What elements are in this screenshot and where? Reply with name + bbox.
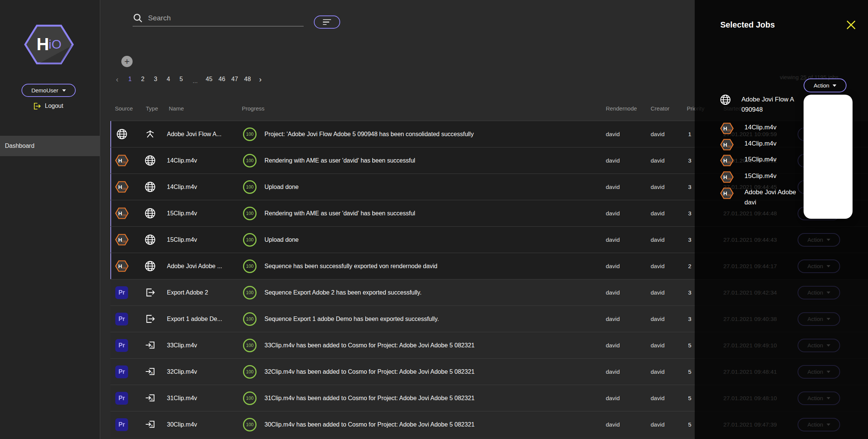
icon-set: Hco Pr A [720,138,734,151]
icon-set: Hco Pr A [720,94,731,105]
row-progress-cell: 100 [238,365,261,379]
selected-job-item[interactable]: Hco Pr A 14Clip.m4v [720,138,776,151]
close-drawer-button[interactable] [846,20,856,30]
import-icon: A [145,393,155,403]
pagination-page[interactable]: 5 [175,76,188,83]
add-button[interactable]: + [121,56,133,67]
svg-text:co: co [122,213,125,217]
pagination-page[interactable]: 46 [215,76,228,83]
svg-text:H: H [723,190,727,196]
progress-value: 100 [246,132,254,137]
row-type-cell: Hco Pr A [133,367,167,377]
row-progress-cell: 100 [238,286,261,299]
row-type-cell: Hco Pr A [133,129,167,139]
row-type-cell: Hco Pr A [133,155,167,166]
column-header-creator[interactable]: Creator [642,105,683,112]
globe-icon [145,208,156,219]
progress-ring: 100 [243,365,257,379]
svg-text:co: co [727,160,731,164]
column-header-name[interactable]: Name [167,105,238,112]
selected-job-item[interactable]: Hco Pr A 14Clip.m4v [720,122,776,135]
svg-text:co: co [122,266,125,270]
icon-set: Hco Pr A [145,340,155,350]
selected-job-item[interactable]: Hco Pr A 15Clip.m4v [720,154,776,167]
icon-set: Hco Pr A [116,129,127,140]
svg-text:H: H [723,174,727,180]
column-header-progress[interactable]: Progress [238,105,261,112]
icon-set: Hco Pr A [145,261,156,272]
selected-job-item[interactable]: Hco Pr A 15Clip.m4v [720,171,776,183]
logo-letter-h: H [37,34,49,54]
icon-set: Hco Pr A [145,234,156,245]
hco-hexagon-icon: Hco [720,138,734,151]
import-icon: A [145,340,155,350]
progress-ring: 100 [243,127,257,141]
column-header-source[interactable]: Source [110,105,133,112]
row-creator: david [642,236,683,243]
icon-set: Hco Pr A [115,233,129,246]
column-header-rendernode[interactable]: Rendernode [581,105,642,112]
hco-hexagon-icon: Hco [115,154,129,167]
pagination-page[interactable]: 1 [124,76,136,83]
row-progress-cell: 100 [238,339,261,352]
progress-ring: 100 [243,418,257,431]
progress-value: 100 [246,264,254,269]
progress-ring: 100 [243,339,257,352]
progress-value: 100 [246,316,254,322]
pagination-prev[interactable]: ‹ [111,75,124,84]
icon-set: Hco Pr A [115,365,128,378]
icon-set: Hco Pr A [115,286,128,299]
globe-icon [145,261,156,272]
row-type-cell: Hco Pr A [133,208,167,219]
row-message: Sequence has been successfully exported … [261,263,581,270]
svg-text:A: A [151,345,153,348]
icon-set: Hco Pr A [115,207,129,220]
row-source-cell: Hco Pr A [110,418,133,431]
selected-job-name: Adobe Jovi Adobe davi [744,187,796,207]
row-creator: david [642,316,683,322]
icon-set: Hco Pr A [145,181,156,192]
logout-icon [33,102,41,110]
row-type-cell: Hco Pr A [133,419,167,430]
pagination-page[interactable]: 47 [228,76,241,83]
row-progress-cell: 100 [238,180,261,194]
sidebar-item-dashboard[interactable]: Dashboard [0,136,100,156]
pagination-page[interactable]: 2 [136,76,149,83]
svg-text:co: co [727,144,731,148]
progress-ring: 100 [243,286,257,299]
selected-job-item[interactable]: Hco Pr A Adobe Jovi Flow A 090948 [720,94,794,115]
svg-text:H: H [118,184,122,190]
icon-set: Hco Pr A [145,208,156,219]
svg-text:co: co [122,239,125,243]
pagination-page[interactable]: 48 [241,76,254,83]
row-progress-cell: 100 [238,391,261,405]
pagination-next[interactable]: › [254,75,267,84]
pagination-page[interactable]: 3 [149,76,162,83]
pagination-page[interactable]: 4 [162,76,175,83]
globe-icon [145,181,156,192]
premiere-icon: Pr [115,418,128,431]
user-menu-button[interactable]: DemoUser [21,84,76,97]
icon-set: Hco Pr A [145,367,155,377]
sidebar: HiO DemoUser Logout Dashboard [0,0,100,439]
row-source-cell: Hco Pr A [110,313,133,325]
row-message: Upload done [261,236,581,243]
row-name: Export 1 adobe De... [167,316,238,322]
column-header-type[interactable]: Type [133,105,167,112]
row-name: 15Clip.m4v [167,236,238,243]
filter-button[interactable] [314,15,340,29]
selected-job-item[interactable]: Hco Pr A Adobe Jovi Adobe davi [720,187,796,207]
progress-ring: 100 [243,312,257,326]
pagination-page[interactable]: 45 [203,76,215,83]
drawer-action-button[interactable]: Action [804,78,847,92]
search-input[interactable] [148,14,291,22]
import-icon: A [145,367,155,377]
svg-text:A: A [151,371,153,375]
progress-value: 100 [246,211,254,216]
row-rendernode: david [581,395,642,402]
logout-button[interactable]: Logout [33,101,63,111]
row-name: Adobe Jovi Adobe ... [167,263,238,270]
row-message: 32Clip.m4v has been added to Cosmo for P… [261,368,581,375]
svg-text:H: H [118,210,122,216]
row-message: Sequence Export Adobe 2 has been exporte… [261,289,581,296]
